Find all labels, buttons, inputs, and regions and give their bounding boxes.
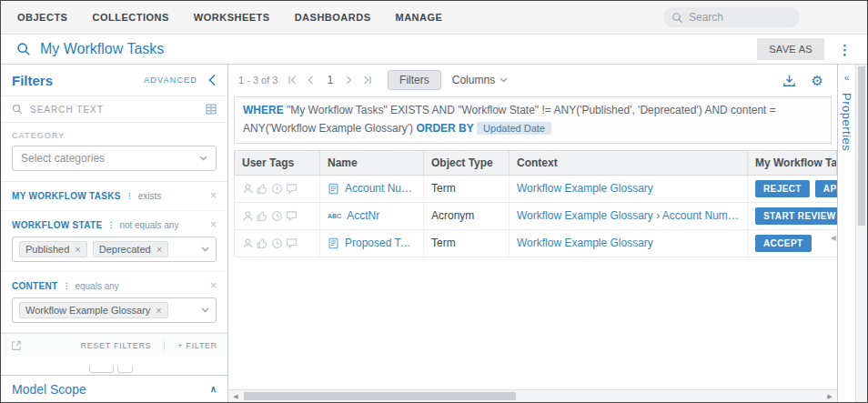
filter-condition[interactable]: equals any	[75, 281, 118, 291]
reject-button[interactable]: REJECT	[755, 180, 810, 197]
clock-icon[interactable]	[271, 183, 283, 195]
approve-button[interactable]: APPROVE	[815, 180, 837, 197]
scroll-left-icon[interactable]: ◀	[228, 390, 243, 403]
save-as-button[interactable]: SAVE AS	[757, 38, 824, 60]
filter-options-icon[interactable]: ⋮	[126, 191, 134, 200]
object-name-link[interactable]: AcctNr	[347, 209, 379, 222]
remove-filter-icon[interactable]: ×	[210, 190, 217, 201]
columns-menu-button[interactable]: Columns	[452, 74, 508, 86]
filter-header: WORKFLOW STATE ⋮ not equals any ×	[12, 219, 217, 230]
name-cell: Proposed Term	[320, 230, 424, 257]
chevron-down-icon	[201, 307, 209, 313]
object-name-link[interactable]: Account Number	[345, 182, 416, 195]
filters-title: Filters	[12, 73, 53, 88]
user-tags-cell	[235, 203, 320, 229]
thumbs-up-icon[interactable]	[257, 183, 268, 195]
filter-condition[interactable]: exists	[138, 191, 162, 201]
clipped-box	[89, 366, 114, 373]
export-filters-icon[interactable]	[11, 340, 22, 351]
next-page-icon[interactable]	[343, 75, 354, 86]
start-review-button[interactable]: START REVIEW	[755, 207, 837, 225]
scroll-right-icon[interactable]: ▶	[823, 390, 837, 403]
scrollbar-track[interactable]	[243, 390, 823, 402]
gear-icon[interactable]: ⚙	[812, 74, 823, 87]
column-header-user-tags[interactable]: User Tags	[235, 151, 320, 175]
column-header-my-workflow-tasks[interactable]: My Workflow Tasks	[748, 151, 836, 175]
remove-filter-icon[interactable]: ×	[210, 280, 217, 291]
remove-chip-icon[interactable]: ×	[75, 245, 80, 255]
filter-condition[interactable]: not equals any	[119, 220, 178, 230]
first-page-icon[interactable]	[287, 75, 298, 86]
table-row: Account Number Term Workflow Example Glo…	[234, 176, 837, 203]
last-page-icon[interactable]	[362, 75, 373, 86]
filter-name[interactable]: MY WORKFLOW TASKS	[12, 191, 121, 201]
nav-worksheets[interactable]: WORKSHEETS	[194, 12, 270, 23]
filters-toggle-button[interactable]: Filters	[388, 70, 441, 90]
model-scope-title: Model Scope	[12, 382, 86, 397]
column-header-context[interactable]: Context	[510, 151, 748, 175]
prev-page-icon[interactable]	[306, 75, 317, 86]
add-filter-button[interactable]: + FILTER	[164, 341, 217, 350]
clock-icon[interactable]	[271, 237, 283, 249]
category-select[interactable]: Select categories	[12, 146, 217, 171]
download-icon[interactable]	[782, 74, 796, 87]
filter-search[interactable]	[1, 96, 227, 123]
filter-options-icon[interactable]: ⋮	[62, 281, 70, 290]
column-header-object-type[interactable]: Object Type	[424, 151, 510, 175]
filter-header: MY WORKFLOW TASKS ⋮ exists ×	[12, 190, 217, 201]
global-search-input[interactable]	[689, 11, 792, 24]
collapse-filters-icon[interactable]	[208, 74, 217, 86]
category-label: CATEGORY	[12, 131, 217, 140]
horizontal-scrollbar[interactable]: ◀ ▶	[228, 389, 837, 402]
reset-filters-button[interactable]: RESET FILTERS	[81, 341, 152, 350]
value-chip: Published ×	[19, 241, 87, 257]
filter-values-select[interactable]: Workflow Example Glossary ×	[12, 297, 217, 323]
column-header-name[interactable]: Name	[320, 151, 424, 175]
filter-options-icon[interactable]: ⋮	[106, 220, 115, 229]
search-columns-icon[interactable]	[206, 104, 217, 115]
nav-objects[interactable]: OBJECTS	[17, 12, 67, 23]
title-bar: My Workflow Tasks SAVE AS ⋮	[1, 35, 867, 65]
filter-search-input[interactable]	[30, 105, 198, 115]
nav-manage[interactable]: MANAGE	[396, 12, 443, 23]
model-scope-section[interactable]: Model Scope ∧	[1, 375, 227, 402]
filter-content: CONTENT ⋮ equals any × Workflow Example …	[1, 272, 227, 333]
thumbs-up-icon[interactable]	[257, 210, 268, 222]
table-header: User Tags Name Object Type Context My Wo…	[234, 150, 837, 176]
context-link[interactable]: Workflow Example Glossary	[517, 237, 653, 249]
comment-icon[interactable]	[286, 183, 298, 195]
filter-name[interactable]: WORKFLOW STATE	[12, 220, 102, 230]
follow-user-icon[interactable]	[242, 183, 254, 195]
object-name-link[interactable]: Proposed Term	[345, 237, 416, 249]
context-link[interactable]: Workflow Example Glossary › Account Numb…	[517, 209, 740, 222]
nav-collections[interactable]: COLLECTIONS	[92, 12, 168, 23]
scrollbar-thumb[interactable]	[244, 392, 516, 400]
nav-dashboards[interactable]: DASHBOARDS	[295, 12, 371, 23]
global-search[interactable]	[663, 7, 800, 27]
properties-panel-collapsed[interactable]: « Properties	[837, 65, 855, 402]
accept-button[interactable]: ACCEPT	[755, 235, 812, 252]
follow-user-icon[interactable]	[242, 237, 254, 249]
filter-name[interactable]: CONTENT	[12, 281, 57, 291]
context-link[interactable]: Workflow Example Glossary	[517, 182, 653, 195]
comment-icon[interactable]	[286, 237, 298, 249]
remove-chip-icon[interactable]: ×	[156, 245, 162, 255]
remove-filter-icon[interactable]: ×	[210, 219, 217, 230]
scrollbar-thumb[interactable]	[858, 66, 865, 226]
overflow-menu-icon[interactable]: ⋮	[838, 43, 852, 56]
collapse-panel-arrow[interactable]: ◀	[831, 234, 836, 242]
table-row: ABC AcctNr Acronym Workflow Example Glos…	[234, 203, 837, 230]
remove-chip-icon[interactable]: ×	[156, 306, 161, 316]
follow-user-icon[interactable]	[242, 210, 254, 222]
filter-values-select[interactable]: Published × Deprecated ×	[12, 237, 217, 262]
vertical-scrollbar[interactable]	[855, 65, 867, 402]
page-title: My Workflow Tasks	[40, 41, 164, 57]
clock-icon[interactable]	[271, 210, 283, 222]
comment-icon[interactable]	[286, 210, 298, 222]
order-by-value[interactable]: Updated Date	[477, 122, 551, 135]
collapse-section-icon[interactable]: ∧	[210, 384, 217, 394]
advanced-link[interactable]: ADVANCED	[144, 76, 197, 85]
thumbs-up-icon[interactable]	[257, 237, 268, 249]
properties-tab-label[interactable]: Properties	[840, 93, 853, 151]
expand-properties-icon[interactable]: «	[844, 73, 850, 83]
